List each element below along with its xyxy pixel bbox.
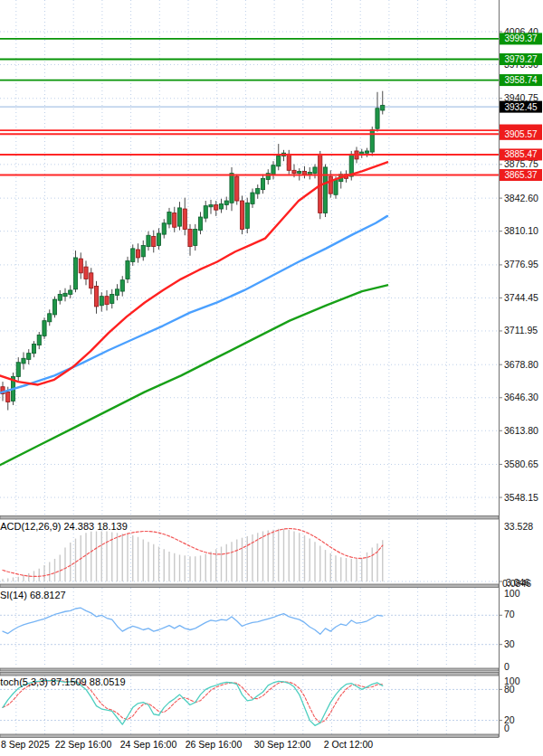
candle-body [157, 233, 160, 245]
candle-body [313, 167, 317, 174]
axis-tick-label: 3842.60 [504, 193, 538, 203]
candle-body [120, 280, 124, 291]
candle-body [194, 230, 197, 246]
rsi-scale-label: 0 [504, 661, 510, 672]
candle-body [370, 129, 374, 152]
time-axis-label: 26 Sep 16:00 [186, 739, 243, 750]
candle-body [224, 201, 228, 204]
candle-body [209, 205, 213, 207]
pane-separator [0, 668, 499, 671]
candle-body [58, 294, 62, 300]
candle-body [381, 105, 385, 110]
candle-body [376, 109, 379, 128]
trading-chart-window: 4006.403973.903940.753875.753842.603810.… [0, 0, 543, 756]
candle-body [214, 205, 218, 211]
candle-body [16, 363, 20, 377]
candle-body [22, 358, 25, 364]
candle-body [167, 212, 171, 223]
chart-canvas[interactable]: 4006.403973.903940.753875.753842.603810.… [0, 0, 543, 756]
candle-body [27, 354, 31, 360]
candle-body [272, 165, 275, 175]
candle-body [245, 203, 249, 228]
stoch-scale-label: 80 [504, 684, 515, 695]
candle-body [63, 293, 67, 296]
axis-tick-label: 3613.80 [504, 425, 538, 436]
candle-body [256, 189, 260, 194]
axis-tick-label: 3646.30 [504, 392, 538, 402]
price-axis: 4006.403973.903940.753875.753842.603810.… [499, 0, 542, 737]
support-badge-text: 3905.57 [504, 129, 538, 139]
time-axis: 8 Sep 202522 Sep 16:0024 Sep 16:0026 Sep… [1, 739, 373, 750]
current-price-badge-text: 3932.45 [504, 102, 538, 112]
candle-body [329, 176, 332, 194]
pane-separator [0, 734, 499, 738]
resistance-badge-text: 3958.74 [504, 75, 538, 85]
candle-body [230, 174, 233, 203]
candle-body [126, 260, 129, 279]
macd-scale-top: 33.528 [504, 521, 533, 532]
candle-body [79, 259, 82, 273]
support-badge-text: 3865.37 [504, 170, 538, 180]
stoch-pane [3, 681, 383, 726]
candle-body [365, 151, 368, 153]
axis-tick-label: 3678.80 [504, 359, 538, 370]
stoch-k-line [3, 681, 383, 726]
candle-body [319, 154, 322, 213]
time-axis-label: 24 Sep 16:00 [120, 739, 177, 750]
stoch-label: Stoch(5,3,3) 87.1509 88.0519 [0, 676, 126, 687]
candle-body [115, 289, 119, 296]
pane-separators [0, 516, 499, 738]
pane-separator [0, 584, 499, 588]
candle-body [308, 173, 311, 175]
candle-body [302, 171, 306, 174]
rsi-scale-label: 30 [504, 638, 515, 649]
support-badge-text: 3885.47 [504, 149, 538, 159]
rsi-scale-label: 70 [504, 609, 515, 619]
candle-body [240, 201, 243, 229]
stoch-scale-label: 0 [504, 723, 510, 733]
candle-body [105, 297, 109, 305]
candle-body [131, 249, 135, 262]
ma-fast-line [0, 162, 387, 384]
candle-body [84, 267, 88, 279]
time-axis-label: 8 Sep 2025 [1, 739, 50, 750]
candle-body [219, 203, 223, 209]
candle-body [52, 299, 56, 315]
axis-tick-label: 3711.95 [504, 325, 538, 335]
candle-body [198, 217, 202, 231]
candle-body [235, 176, 239, 201]
candle-body [292, 170, 296, 173]
candle-body [141, 245, 145, 256]
candle-body [277, 156, 281, 166]
candle-body [147, 235, 150, 246]
pane-separator [0, 516, 499, 520]
candle-body [152, 236, 156, 246]
rsi-scale-label: 100 [504, 588, 520, 599]
macd-label: MACD(12,26,9) 24.383 18.139 [0, 521, 128, 532]
candle-body [100, 297, 103, 306]
candle-body [6, 392, 10, 402]
candle-body [183, 209, 186, 229]
time-axis-label: 30 Sep 12:00 [254, 739, 311, 750]
candle-body [90, 273, 93, 288]
candle-body [73, 258, 77, 289]
candle-body [37, 335, 41, 345]
axis-tick-label: 3548.15 [504, 492, 538, 503]
axis-tick-label: 3580.65 [504, 458, 538, 469]
candle-body [173, 213, 176, 228]
candle-body [94, 286, 98, 306]
main-price-pane [0, 39, 499, 465]
candle-body [43, 321, 46, 336]
rsi-pane [3, 608, 383, 634]
candle-body [110, 294, 114, 303]
candle-body [204, 206, 207, 218]
rsi-line [3, 608, 383, 634]
axis-tick-label: 3776.95 [504, 259, 538, 269]
resistance-badge-text: 3979.27 [504, 54, 538, 64]
candle-body [251, 193, 254, 203]
time-axis-label: 2 Oct 12:00 [324, 739, 373, 750]
candle-body [177, 208, 181, 226]
candle-body [334, 179, 338, 194]
axis-tick-label: 3744.45 [504, 292, 538, 303]
candle-body [261, 178, 264, 189]
